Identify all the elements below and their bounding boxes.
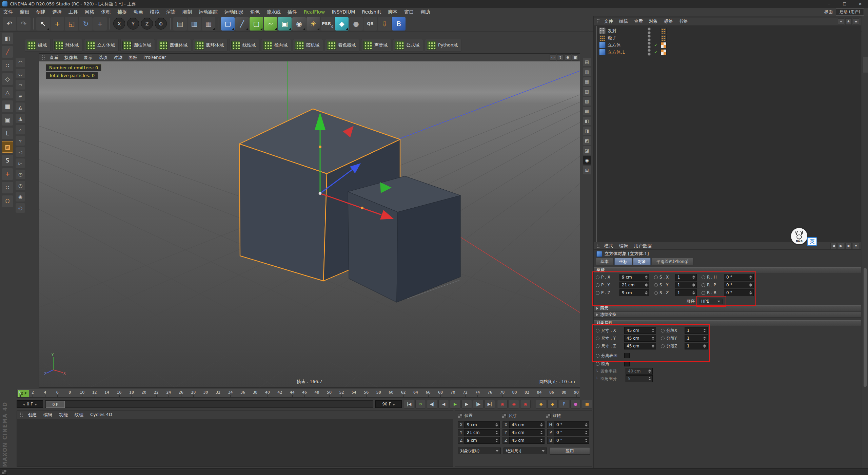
filter-icon[interactable]: ≡: [853, 18, 859, 25]
material-menu-功能[interactable]: 功能: [56, 412, 71, 418]
menu-item-渲染[interactable]: 渲染: [163, 8, 179, 16]
menu-item-RealFlow[interactable]: RealFlow: [300, 8, 328, 16]
object-name[interactable]: 发射: [608, 28, 648, 34]
field-button-圆柱体域[interactable]: 圆柱体域: [120, 39, 155, 52]
om-menu-对象[interactable]: 对象: [646, 18, 661, 24]
render-region-button[interactable]: ▥: [188, 17, 201, 31]
field-button-径向域[interactable]: 径向域: [261, 39, 291, 52]
scale-input[interactable]: 1: [675, 274, 697, 281]
object-row[interactable]: 发射: [594, 27, 861, 34]
value-stepper[interactable]: [540, 423, 543, 426]
lock-icon[interactable]: ▪: [845, 243, 852, 249]
coordinate-system-button[interactable]: ⊕: [155, 18, 167, 30]
particles-tag[interactable]: [660, 28, 667, 34]
anim-dot[interactable]: [596, 354, 599, 358]
value-stepper[interactable]: [749, 291, 752, 294]
frame-range-slider[interactable]: 0 F: [45, 400, 373, 408]
object-name[interactable]: 立方体.1: [608, 49, 648, 55]
simulate-button[interactable]: ◆: [335, 17, 349, 31]
keyframe-rotation-toggle[interactable]: P: [559, 400, 569, 408]
move-child-icon[interactable]: ▰: [16, 91, 25, 101]
layer-tab[interactable]: [863, 57, 868, 73]
menu-item-INSYDIUM[interactable]: INSYDIUM: [328, 8, 358, 16]
measure-tool-icon[interactable]: ◉: [16, 192, 25, 202]
magnet-icon[interactable]: Ω: [2, 195, 13, 207]
snap-icon[interactable]: ∷: [2, 182, 13, 193]
texture-mode-icon[interactable]: ▨: [2, 141, 13, 153]
magnet-tool-icon[interactable]: ◅: [16, 147, 25, 157]
prev-frame-button[interactable]: ◀: [438, 400, 449, 408]
tab-对象[interactable]: 对象: [633, 258, 651, 265]
anim-dot[interactable]: [596, 337, 599, 340]
brush-icon[interactable]: ▿: [16, 136, 25, 146]
create-camera-button[interactable]: ◉: [292, 17, 306, 31]
particles-tag[interactable]: [660, 35, 667, 41]
record-position-toggle[interactable]: ◉: [509, 400, 519, 408]
rotation-input[interactable]: 0 °: [554, 429, 589, 436]
make-editable-icon[interactable]: ◧: [2, 33, 13, 44]
anim-dot[interactable]: [654, 283, 658, 287]
apply-button[interactable]: 应用: [550, 447, 590, 455]
am-menu-编辑[interactable]: 编辑: [616, 243, 631, 249]
value-stepper[interactable]: [749, 283, 752, 287]
anim-dot[interactable]: [661, 329, 665, 332]
position-input[interactable]: 9 cm: [619, 274, 649, 281]
scale-input[interactable]: 1: [675, 282, 697, 288]
qr-button[interactable]: QR: [363, 17, 377, 31]
viewport-menu-显示[interactable]: 显示: [81, 55, 96, 61]
side-toolbar-icon-6[interactable]: ▩: [583, 107, 591, 115]
value-stepper[interactable]: [703, 337, 706, 340]
menu-item-模拟[interactable]: 模拟: [146, 8, 163, 16]
size-mode-dropdown[interactable]: 绝对尺寸: [504, 448, 547, 454]
gizmo-center[interactable]: [319, 192, 322, 195]
record-keyframe-button[interactable]: ◉: [497, 400, 508, 408]
normal-tool-icon[interactable]: ◎: [16, 203, 25, 213]
field-button-着色器域[interactable]: 着色器域: [325, 39, 359, 52]
anim-dot[interactable]: [596, 276, 599, 279]
ime-language-badge[interactable]: 英: [807, 237, 817, 246]
frame-increment-icon[interactable]: ▸: [35, 402, 37, 406]
play-button[interactable]: ▶: [450, 400, 460, 408]
rotation-order-dropdown[interactable]: HPB: [699, 299, 723, 304]
menu-item-流水线[interactable]: 流水线: [263, 8, 284, 16]
anim-dot[interactable]: [596, 283, 599, 287]
live-selection-tool[interactable]: ↖: [36, 17, 50, 31]
prev-key-button[interactable]: ◀|: [427, 400, 437, 408]
collapsed-section-冻结变换[interactable]: 冻结变换: [594, 312, 861, 318]
scale-input[interactable]: 1: [675, 289, 697, 296]
record-rotation-toggle[interactable]: ◉: [520, 400, 531, 408]
goto-start-button[interactable]: |◀: [404, 400, 414, 408]
field-button-Python域[interactable]: Python域: [425, 39, 461, 52]
keyframe-position-toggle[interactable]: ◆: [536, 400, 546, 408]
sphere-button[interactable]: ●: [349, 17, 363, 31]
goto-end-button[interactable]: ▶|: [485, 400, 495, 408]
dolly-view-icon[interactable]: ⇕: [557, 54, 564, 61]
rotation-input[interactable]: 0 °: [554, 437, 589, 444]
rotation-input[interactable]: 0 °: [724, 289, 754, 296]
collapsed-section-四元[interactable]: 四元: [594, 305, 861, 311]
value-stepper[interactable]: [495, 439, 498, 442]
menu-item-体积[interactable]: 体积: [98, 8, 114, 16]
om-menu-标签[interactable]: 标签: [661, 18, 676, 24]
value-stepper[interactable]: [645, 291, 648, 294]
bookmark-icon[interactable]: ★: [845, 18, 852, 25]
menu-item-角色[interactable]: 角色: [247, 8, 263, 16]
viewport-menu-面板[interactable]: 面板: [125, 55, 140, 61]
viewport-menu-查看[interactable]: 查看: [46, 55, 61, 61]
viewport-menu-ProRender[interactable]: ProRender: [140, 55, 169, 61]
value-stepper[interactable]: [703, 344, 706, 348]
autokey-button[interactable]: ▦: [582, 400, 592, 408]
field-button-球体域[interactable]: 球体域: [52, 39, 82, 52]
array-tool-icon[interactable]: ◴: [16, 170, 25, 179]
om-menu-书签[interactable]: 书签: [676, 18, 691, 24]
points-mode-icon[interactable]: ∷: [2, 60, 13, 71]
move-tool[interactable]: +: [51, 17, 64, 31]
field-button-组域[interactable]: 组域: [25, 39, 51, 52]
coordinates-section-header[interactable]: 坐标: [594, 267, 861, 273]
side-toolbar-icon-8[interactable]: ◨: [583, 127, 591, 135]
create-primitive-button[interactable]: ▢: [221, 17, 235, 31]
size-input[interactable]: 45 cm: [624, 335, 656, 342]
menu-item-Redshift[interactable]: Redshift: [358, 8, 384, 16]
side-toolbar-icon-1[interactable]: ▤: [583, 58, 591, 66]
anim-dot[interactable]: [654, 291, 658, 295]
